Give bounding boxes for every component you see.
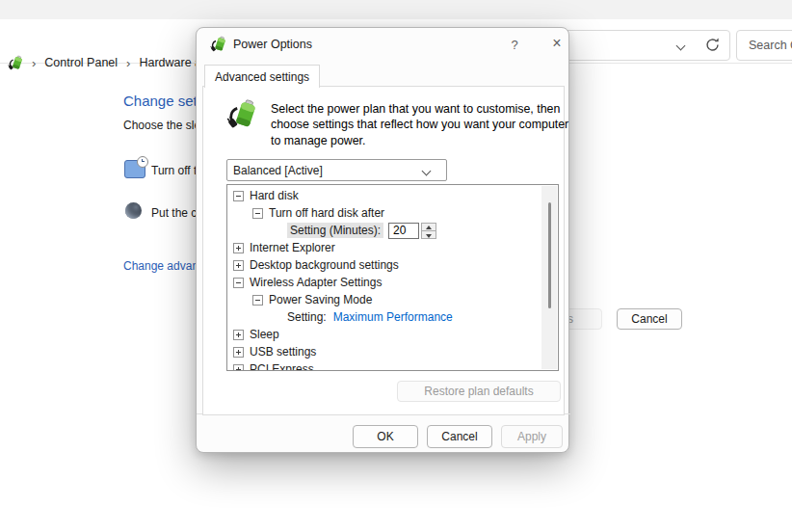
page-title: Change set	[123, 93, 198, 109]
collapse-icon[interactable]	[252, 295, 263, 306]
tree-item[interactable]: PCI Express	[227, 360, 541, 371]
tree-item-label: Internet Explorer	[250, 241, 335, 254]
refresh-icon[interactable]	[704, 37, 721, 53]
tree-item[interactable]: Turn off hard disk after	[227, 204, 541, 222]
scrollbar-thumb[interactable]	[548, 202, 551, 308]
search-input[interactable]: Search C	[736, 30, 792, 61]
tree-item[interactable]: Wireless Adapter Settings	[227, 274, 541, 291]
ok-button[interactable]: OK	[353, 425, 418, 448]
tree-item[interactable]: Internet Explorer	[227, 239, 541, 256]
expand-icon[interactable]	[233, 330, 244, 340]
display-clock-icon	[124, 160, 145, 178]
tree-scrollbar[interactable]	[541, 186, 557, 369]
breadcrumb-separator-icon: ›	[32, 56, 36, 70]
tree-item[interactable]: Sleep	[227, 326, 541, 343]
tree-item-label: Turn off hard disk after	[269, 206, 384, 220]
change-advanced-settings-link[interactable]: Change advan	[123, 259, 198, 273]
tree-item-label: PCI Express	[250, 362, 314, 371]
tree-item[interactable]: Hard disk	[227, 187, 541, 204]
power-plug-icon	[8, 55, 23, 70]
background-cancel-button[interactable]: Cancel	[617, 308, 682, 330]
tab-advanced-settings[interactable]: Advanced settings	[204, 65, 320, 88]
help-button[interactable]: ?	[503, 34, 526, 55]
power-plan-select[interactable]: Balanced [Active]	[226, 159, 447, 181]
expand-icon[interactable]	[233, 260, 244, 271]
tree-item[interactable]: Setting (Minutes):	[227, 222, 541, 239]
window-top-strip	[0, 0, 792, 19]
dialog-description: Select the power plan that you want to c…	[271, 101, 581, 148]
spinner-up-down-icon[interactable]	[421, 223, 436, 239]
expand-icon[interactable]	[233, 347, 244, 358]
tree-item-label: Setting:	[287, 310, 327, 324]
power-options-icon	[210, 36, 226, 52]
setting-minutes-input[interactable]	[388, 223, 419, 239]
tree-item-label: Desktop background settings	[250, 258, 399, 272]
battery-plug-icon	[226, 98, 257, 133]
collapse-icon[interactable]	[233, 278, 244, 288]
tree-item[interactable]: Desktop background settings	[227, 256, 541, 274]
expand-icon[interactable]	[233, 243, 244, 253]
chevron-down-icon	[423, 168, 436, 175]
moon-icon	[125, 202, 142, 219]
cancel-button[interactable]: Cancel	[427, 425, 492, 448]
restore-plan-defaults-button[interactable]: Restore plan defaults	[397, 381, 561, 402]
expand-icon[interactable]	[233, 364, 244, 372]
turn-off-display-label: Turn off t	[151, 164, 197, 177]
setting-value-link[interactable]: Maximum Performance	[333, 310, 453, 324]
collapse-icon[interactable]	[252, 208, 263, 219]
advanced-settings-tree[interactable]: Hard diskTurn off hard disk afterSetting…	[226, 184, 559, 371]
breadcrumb: › Control Panel › Hardware an	[8, 55, 208, 70]
collapse-icon[interactable]	[233, 191, 244, 201]
tree-item[interactable]: Setting:Maximum Performance	[227, 308, 541, 326]
tree-item-label: Wireless Adapter Settings	[250, 276, 382, 289]
close-icon[interactable]: ×	[545, 33, 568, 54]
chevron-down-icon[interactable]	[677, 42, 685, 50]
breadcrumb-item-control-panel[interactable]: Control Panel	[44, 56, 118, 69]
tree-item-label: Power Saving Mode	[269, 293, 372, 306]
power-plan-value: Balanced [Active]	[227, 164, 323, 177]
tab-page: Select the power plan that you want to c…	[202, 86, 565, 415]
tree-item-label: Sleep	[250, 328, 279, 341]
dialog-title: Power Options	[233, 38, 312, 51]
tree-item[interactable]: Power Saving Mode	[227, 291, 541, 308]
tree-item-label: Setting (Minutes):	[287, 223, 383, 238]
tree-item[interactable]: USB settings	[227, 343, 541, 360]
tree-item-label: USB settings	[250, 345, 316, 359]
power-options-dialog: Power Options ? × Advanced settings Sele…	[196, 27, 569, 453]
page-subtitle: Choose the sle	[123, 119, 200, 132]
tree-item-label: Hard disk	[250, 189, 299, 202]
breadcrumb-separator-icon: ›	[126, 56, 130, 70]
search-placeholder: Search C	[737, 39, 792, 52]
apply-button[interactable]: Apply	[501, 425, 563, 448]
